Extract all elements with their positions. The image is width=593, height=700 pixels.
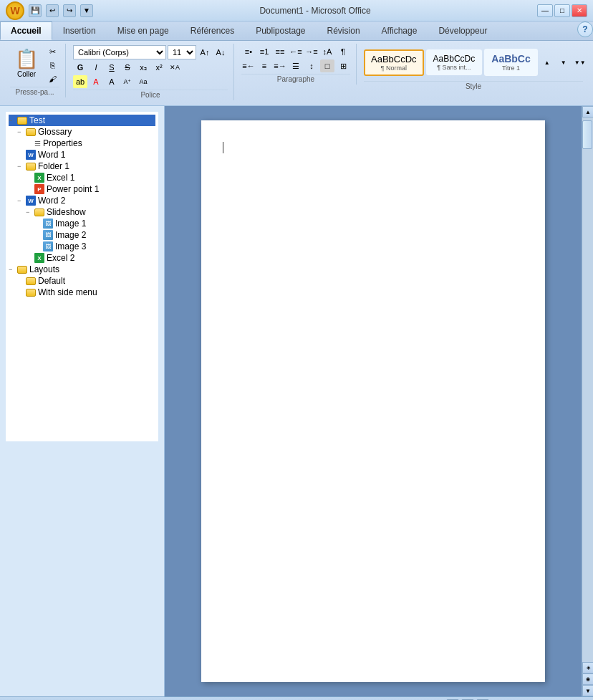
tree-item-image3[interactable]: 🖼 Image 3 (9, 241, 155, 252)
scroll-page-up-button[interactable]: ◈ (582, 662, 593, 673)
tab-publipostage[interactable]: Publipostage (245, 21, 316, 40)
style-more-button[interactable]: ▼▼ (573, 52, 587, 72)
line-spacing-button[interactable]: ↕ (304, 59, 319, 72)
tab-references[interactable]: Références (180, 21, 245, 40)
tree-item-excel1[interactable]: X Excel 1 (9, 172, 155, 183)
font-color-button[interactable]: A (89, 75, 103, 88)
justify-button[interactable]: ☰ (289, 59, 303, 72)
font-size-up-button[interactable]: A (105, 75, 119, 88)
bold-button[interactable]: G (73, 61, 87, 74)
decrease-indent-button[interactable]: ←≡ (289, 45, 303, 58)
ribbon: Accueil Insertion Mise en page Référence… (0, 21, 593, 106)
subscript-button[interactable]: x₂ (136, 61, 150, 74)
increase-font-button[interactable]: A↑ (198, 46, 212, 59)
toggle-word2[interactable]: − (17, 197, 26, 204)
cut-button[interactable]: ✂ (45, 45, 59, 58)
maximize-button[interactable]: □ (554, 4, 570, 17)
tree-item-ppt1[interactable]: P Power point 1 (9, 183, 155, 195)
clear-format-button[interactable]: ✕A (168, 61, 182, 74)
style-content: AaBbCcDc ¶ Normal AaBbCcDc ¶ Sans int...… (364, 45, 583, 80)
paste-group: 📋 Coller ✂ ⎘ 🖌 (10, 45, 59, 85)
toggle-test[interactable]: − (9, 117, 17, 124)
italic-button[interactable]: I (89, 61, 103, 74)
style-normal[interactable]: AaBbCcDc ¶ Normal (364, 49, 424, 76)
scroll-down-button[interactable]: ▼ (582, 685, 593, 696)
scroll-thumb[interactable] (582, 120, 592, 149)
tree-label-test: Test (29, 115, 45, 125)
tab-affichage[interactable]: Affichage (371, 21, 428, 40)
tree-item-default[interactable]: Default (9, 275, 155, 287)
align-left-button[interactable]: ≡← (241, 59, 256, 72)
tree-item-image1[interactable]: 🖼 Image 1 (9, 218, 155, 229)
tree-label-excel1: Excel 1 (47, 173, 74, 183)
tree-item-excel2[interactable]: X Excel 2 (9, 252, 155, 264)
close-button[interactable]: ✕ (572, 4, 587, 17)
save-icon[interactable]: 💾 (29, 4, 42, 17)
tree-label-folder1: Folder 1 (38, 161, 69, 171)
tree-item-test[interactable]: − Test (9, 115, 155, 126)
borders-button[interactable]: ⊞ (336, 59, 350, 72)
scroll-up-button[interactable]: ▲ (582, 106, 593, 118)
tab-accueil[interactable]: Accueil (0, 21, 52, 40)
redo-icon[interactable]: ↪ (63, 4, 76, 17)
tree-item-slideshow[interactable]: − Slideshow (9, 206, 155, 218)
copy-button[interactable]: ⎘ (45, 59, 59, 72)
document-area[interactable] (165, 106, 582, 696)
tree-item-word2[interactable]: − W Word 2 (9, 195, 155, 206)
highlight-button[interactable]: ab (73, 75, 87, 88)
align-center-button[interactable]: ≡ (257, 59, 271, 72)
style-scroll-up-button[interactable]: ▲ (540, 57, 554, 67)
increase-indent-button[interactable]: →≡ (304, 45, 319, 58)
tree-item-with-side-menu[interactable]: With side menu (9, 287, 155, 298)
tab-insertion[interactable]: Insertion (52, 21, 107, 40)
dropdown-icon[interactable]: ▼ (80, 4, 93, 17)
style-scroll-down-button[interactable]: ▼ (556, 57, 571, 67)
tree-item-glossary[interactable]: − Glossary (9, 126, 155, 138)
multilevel-button[interactable]: ≡≡ (273, 45, 287, 58)
sort-button[interactable]: ↕A (320, 45, 334, 58)
toggle-glossary[interactable]: − (17, 128, 26, 135)
numbering-button[interactable]: ≡1 (257, 45, 271, 58)
tree-item-layouts[interactable]: − Layouts (9, 264, 155, 275)
decrease-font-button[interactable]: A↓ (213, 46, 228, 59)
folder-open-icon-layouts (17, 266, 27, 274)
document-page[interactable] (201, 120, 545, 682)
tab-developpeur[interactable]: Développeur (428, 21, 498, 40)
tree-label-with-side-menu: With side menu (38, 287, 97, 297)
tab-revision[interactable]: Révision (317, 21, 371, 40)
strikethrough-button[interactable]: S (120, 61, 135, 74)
tree-item-properties[interactable]: ☰ Properties (9, 138, 155, 149)
bullets-button[interactable]: ≡• (241, 45, 256, 58)
style-titre1[interactable]: AaBbCc Titre 1 (484, 49, 537, 76)
minimize-button[interactable]: — (537, 4, 553, 17)
window-title: Document1 - Microsoft Office (93, 6, 537, 16)
vertical-scrollbar: ▲ ◈ ◉ ▼ (582, 106, 593, 696)
paste-button[interactable]: 📋 Coller (10, 45, 43, 85)
window-controls: — □ ✕ (537, 4, 587, 17)
font-size-select[interactable]: 11 (168, 45, 196, 59)
help-button[interactable]: ? (577, 21, 593, 37)
sidebar: − Test − Glossary ☰ Properties W W (0, 106, 165, 696)
tab-mise-en-page[interactable]: Mise en page (107, 21, 180, 40)
undo-icon[interactable]: ↩ (46, 4, 59, 17)
show-marks-button[interactable]: ¶ (336, 45, 350, 58)
office-logo-icon[interactable]: W (6, 1, 24, 20)
style-sans-int[interactable]: AaBbCcDc ¶ Sans int... (426, 49, 483, 75)
font-effects-button[interactable]: A⁺ (120, 75, 135, 88)
tree-item-folder1[interactable]: − Folder 1 (9, 160, 155, 172)
scroll-page-down-button[interactable]: ◉ (582, 673, 593, 685)
shading-button[interactable]: □ (320, 59, 334, 72)
align-right-button[interactable]: ≡→ (273, 59, 287, 72)
toggle-layouts[interactable]: − (9, 266, 17, 273)
underline-button[interactable]: S (105, 61, 119, 74)
font-family-select[interactable]: Calibri (Corps) (73, 45, 166, 59)
font-aa-button[interactable]: Aa (136, 75, 150, 88)
toggle-slideshow[interactable]: − (26, 208, 34, 216)
scroll-track[interactable] (582, 118, 593, 662)
image-icon-image1: 🖼 (43, 219, 53, 229)
toggle-folder1[interactable]: − (17, 163, 26, 170)
tree-item-image2[interactable]: 🖼 Image 2 (9, 229, 155, 241)
superscript-button[interactable]: x² (152, 61, 166, 74)
tree-item-word1[interactable]: W Word 1 (9, 149, 155, 160)
format-painter-button[interactable]: 🖌 (45, 72, 59, 85)
